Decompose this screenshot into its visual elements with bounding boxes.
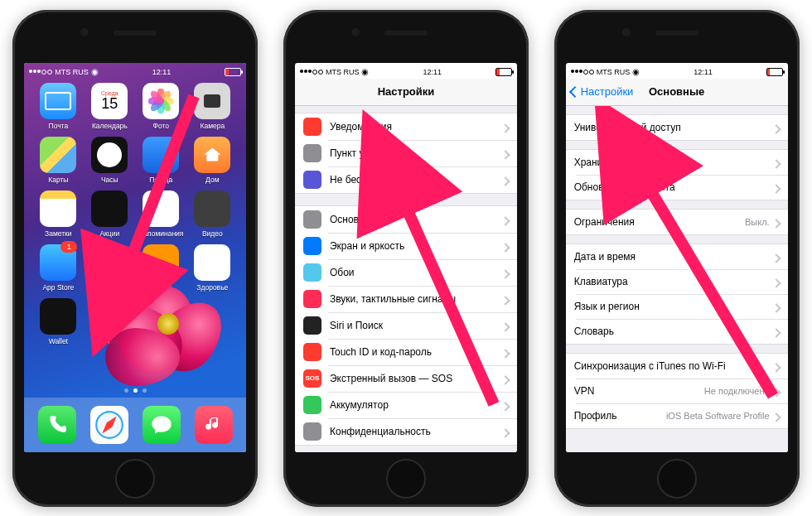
- date-time-row[interactable]: Дата и время: [566, 244, 788, 269]
- signal-icon: [300, 70, 323, 75]
- language-region-row[interactable]: Язык и регион: [566, 294, 788, 319]
- carrier-label: MTS RUS: [326, 68, 360, 76]
- home-button[interactable]: [657, 459, 697, 499]
- phone-app[interactable]: [38, 406, 76, 444]
- camera-app[interactable]: Камера: [186, 83, 238, 130]
- sos-row-icon: SOS: [303, 369, 321, 388]
- battery-icon: [225, 68, 241, 76]
- row-label: Язык и регион: [574, 301, 773, 312]
- row-label: Обои: [330, 267, 502, 278]
- privacy-row[interactable]: Конфиденциальность: [295, 418, 517, 445]
- siri-row[interactable]: Siri и Поиск: [295, 312, 517, 339]
- chevron-right-icon: [502, 318, 509, 333]
- notifications-row-icon: [303, 118, 321, 136]
- background-refresh-row[interactable]: Обновление контента: [566, 175, 788, 200]
- camera-app-icon: [194, 83, 230, 119]
- control-center-row-icon: [303, 144, 321, 162]
- touchid-row[interactable]: Touch ID и код-пароль: [295, 339, 517, 365]
- general-row[interactable]: Основные: [295, 206, 517, 233]
- back-button[interactable]: Настройки: [571, 85, 634, 98]
- chevron-right-icon: [502, 398, 509, 412]
- nav-title: Настройки: [378, 85, 435, 98]
- itunes-wifi-sync-row[interactable]: Синхронизация с iTunes по Wi-Fi: [566, 354, 788, 379]
- control-center-row[interactable]: Пункт управления: [295, 140, 517, 166]
- app-label: Фото: [153, 122, 170, 130]
- weather-app[interactable]: Погода: [135, 137, 186, 184]
- app-label: Часы: [101, 176, 118, 184]
- carrier-label: MTS RUS: [597, 68, 631, 76]
- row-label: Siri и Поиск: [330, 320, 502, 331]
- chevron-right-icon: [502, 239, 509, 253]
- wallet-app[interactable]: Wallet: [32, 298, 84, 345]
- clock-app-icon: [91, 137, 128, 173]
- touchid-row-icon: [303, 343, 321, 361]
- row-label: VPN: [574, 385, 704, 397]
- photos-app[interactable]: Фото: [135, 83, 186, 130]
- home-screen[interactable]: MTS RUS◉ 12:11 ПочтаСреда15КалендарьФото…: [24, 63, 246, 452]
- chevron-right-icon: [502, 172, 509, 187]
- row-label: Пункт управления: [330, 147, 502, 159]
- notes-app[interactable]: Заметки: [32, 190, 84, 238]
- health-app[interactable]: Здоровье: [186, 244, 238, 292]
- row-label: Экстренный вызов — SOS: [330, 373, 502, 384]
- privacy-row-icon: [303, 422, 321, 441]
- keyboard-row[interactable]: Клавиатура: [566, 269, 788, 294]
- iphone-storage-row[interactable]: Хранилище iPhone: [566, 150, 788, 175]
- battery-row[interactable]: Аккумулятор: [295, 392, 517, 418]
- app-label: App Store: [42, 283, 74, 292]
- itunes-app[interactable]: iTunes Store: [84, 244, 135, 292]
- dnd-row[interactable]: Не беспокоить: [295, 166, 517, 193]
- home-button[interactable]: [115, 459, 155, 499]
- accessibility-row[interactable]: Универсальный доступ: [566, 115, 788, 140]
- maps-app-icon: [40, 137, 76, 173]
- messages-app[interactable]: [143, 406, 181, 444]
- home-app[interactable]: Дом: [186, 137, 238, 184]
- calendar-app[interactable]: Среда15Календарь: [84, 83, 135, 130]
- appstore-app[interactable]: 1App Store: [32, 244, 84, 292]
- page-indicator[interactable]: [24, 388, 246, 393]
- chevron-right-icon: [773, 383, 780, 398]
- music-app[interactable]: [195, 406, 233, 444]
- battery-icon: [766, 68, 783, 76]
- chevron-right-icon: [773, 274, 780, 289]
- app-label: iTunes Store: [89, 283, 129, 292]
- wallpaper-row[interactable]: Обои: [295, 259, 517, 286]
- maps-app[interactable]: Карты: [32, 137, 84, 184]
- row-value: iOS Beta Software Profile: [666, 411, 770, 421]
- stocks-app[interactable]: Акции: [84, 190, 135, 238]
- clock-app[interactable]: Часы: [84, 137, 135, 184]
- vpn-row[interactable]: VPNНе подключено: [566, 379, 788, 403]
- display-row[interactable]: Экран и яркость: [295, 233, 517, 259]
- videos-app[interactable]: Видео: [186, 190, 238, 238]
- settings-list[interactable]: УведомленияПункт управленияНе беспокоить…: [295, 106, 517, 452]
- dnd-row-icon: [303, 171, 321, 189]
- sounds-row[interactable]: Звуки, тактильные сигналы: [295, 286, 517, 312]
- safari-app[interactable]: [90, 406, 128, 444]
- general-row-icon: [303, 210, 321, 229]
- mail-app[interactable]: Почта: [32, 83, 84, 130]
- sos-row[interactable]: SOSЭкстренный вызов — SOS: [295, 365, 517, 392]
- restrictions-row[interactable]: ОграниченияВыкл.: [566, 210, 788, 234]
- general-list[interactable]: Универсальный доступХранилище iPhoneОбно…: [566, 106, 788, 452]
- app-label: Здоровье: [196, 283, 228, 292]
- profile-row[interactable]: ПрофильiOS Beta Software Profile: [566, 403, 788, 428]
- home-button[interactable]: [386, 459, 426, 499]
- dock: [24, 398, 246, 452]
- row-label: Уведомления: [330, 121, 502, 133]
- dictionary-row[interactable]: Словарь: [566, 319, 788, 344]
- chevron-right-icon: [502, 212, 509, 227]
- notifications-row[interactable]: Уведомления: [295, 113, 517, 140]
- settings-app[interactable]: 2Настройки: [84, 298, 135, 345]
- notes-app-icon: [40, 190, 76, 227]
- calendar-app-icon: Среда15: [91, 83, 128, 119]
- row-label: Словарь: [574, 326, 773, 337]
- app-label: Акции: [99, 229, 119, 238]
- app-label: iBooks: [151, 283, 172, 292]
- wifi-icon: ◉: [361, 67, 369, 76]
- reminders-app[interactable]: Напоминания: [135, 190, 186, 238]
- chevron-right-icon: [502, 265, 509, 280]
- ibooks-app[interactable]: iBooks: [135, 244, 186, 292]
- badge: 1: [60, 241, 77, 253]
- chevron-right-icon: [502, 119, 509, 134]
- chevron-right-icon: [773, 408, 780, 423]
